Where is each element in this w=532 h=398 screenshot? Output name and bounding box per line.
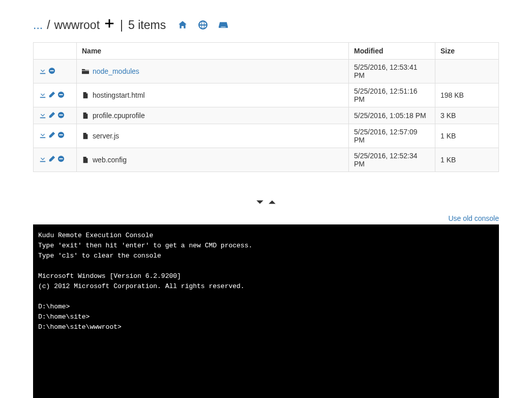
download-icon[interactable]: [39, 91, 46, 98]
download-icon[interactable]: [39, 155, 46, 163]
file-icon: [82, 92, 89, 99]
panel-toggle[interactable]: [0, 172, 532, 214]
svg-rect-7: [59, 134, 63, 135]
file-table: Name Modified Size node_modules5/25/2016…: [33, 42, 499, 172]
table-header-size[interactable]: Size: [435, 43, 499, 60]
delete-icon[interactable]: [48, 67, 55, 74]
svg-rect-3: [59, 94, 63, 95]
delete-icon[interactable]: [57, 131, 65, 139]
file-size: 198 KB: [435, 83, 499, 107]
edit-icon[interactable]: [48, 131, 55, 139]
breadcrumb-parent-link[interactable]: ...: [33, 18, 43, 32]
console-line: [38, 292, 494, 302]
console-line: Microsoft Windows [Version 6.2.9200]: [38, 271, 494, 281]
file-modified: 5/25/2016, 12:53:41 PM: [349, 60, 435, 83]
svg-rect-9: [59, 158, 63, 159]
file-icon: [82, 112, 89, 119]
chevron-down-icon: [255, 200, 267, 208]
disk-icon[interactable]: [219, 20, 228, 30]
file-modified: 5/25/2016, 1:05:18 PM: [349, 107, 435, 124]
file-size: 1 KB: [435, 124, 499, 148]
delete-icon[interactable]: [57, 155, 65, 163]
add-item-icon[interactable]: [104, 18, 115, 32]
item-count-divider: |: [120, 18, 123, 32]
chevron-up-icon: [267, 200, 277, 208]
use-old-console-link[interactable]: Use old console: [448, 214, 499, 222]
file-modified: 5/25/2016, 12:57:09 PM: [349, 124, 435, 148]
console-line: D:\home>: [38, 302, 494, 312]
console-line: D:\home\site>: [38, 312, 494, 322]
file-modified: 5/25/2016, 12:52:34 PM: [349, 148, 435, 172]
file-size: 3 KB: [435, 107, 499, 124]
file-name: hostingstart.html: [93, 91, 145, 99]
console-line: Type 'cls' to clear the console: [38, 251, 494, 261]
home-icon[interactable]: [178, 20, 187, 30]
file-name: web.config: [93, 156, 127, 164]
download-icon[interactable]: [39, 131, 46, 139]
console-line: (c) 2012 Microsoft Corporation. All righ…: [38, 281, 494, 292]
file-name[interactable]: node_modules: [93, 67, 139, 75]
download-icon[interactable]: [39, 67, 46, 74]
table-row: hostingstart.html5/25/2016, 12:51:16 PM1…: [34, 83, 499, 107]
file-name: server.js: [93, 132, 119, 140]
table-header-modified[interactable]: Modified: [349, 43, 435, 60]
file-icon: [82, 132, 89, 139]
edit-icon[interactable]: [48, 91, 55, 98]
file-name: profile.cpuprofile: [93, 111, 145, 120]
console-output[interactable]: Kudu Remote Execution ConsoleType 'exit'…: [33, 224, 499, 399]
console-line: D:\home\site\wwwroot>: [38, 322, 494, 332]
folder-icon: [82, 68, 89, 75]
breadcrumb-separator: /: [47, 18, 50, 32]
file-size: [435, 60, 499, 83]
table-row: node_modules5/25/2016, 12:53:41 PM: [34, 60, 499, 83]
table-row: profile.cpuprofile5/25/2016, 1:05:18 PM3…: [34, 107, 499, 124]
breadcrumb-current: wwwroot: [54, 18, 100, 32]
table-row: server.js5/25/2016, 12:57:09 PM1 KB: [34, 124, 499, 148]
delete-icon[interactable]: [57, 91, 65, 98]
download-icon[interactable]: [39, 111, 46, 119]
file-size: 1 KB: [435, 148, 499, 172]
table-row: web.config5/25/2016, 12:52:34 PM1 KB: [34, 148, 499, 172]
console-line: Type 'exit' then hit 'enter' to get a ne…: [38, 241, 494, 251]
item-count-label: 5 items: [128, 18, 166, 32]
table-header-name[interactable]: Name: [77, 43, 349, 60]
edit-icon[interactable]: [48, 155, 55, 163]
console-line: Kudu Remote Execution Console: [38, 231, 494, 241]
console-line: [38, 261, 494, 271]
globe-icon[interactable]: [198, 20, 208, 30]
edit-icon[interactable]: [48, 111, 55, 119]
svg-rect-5: [59, 115, 63, 116]
file-icon: [82, 156, 89, 163]
table-header-actions: [34, 43, 77, 60]
delete-icon[interactable]: [57, 111, 65, 119]
svg-rect-1: [50, 70, 53, 71]
breadcrumb: ... / wwwroot | 5 items: [33, 0, 499, 42]
file-modified: 5/25/2016, 12:51:16 PM: [349, 83, 435, 107]
